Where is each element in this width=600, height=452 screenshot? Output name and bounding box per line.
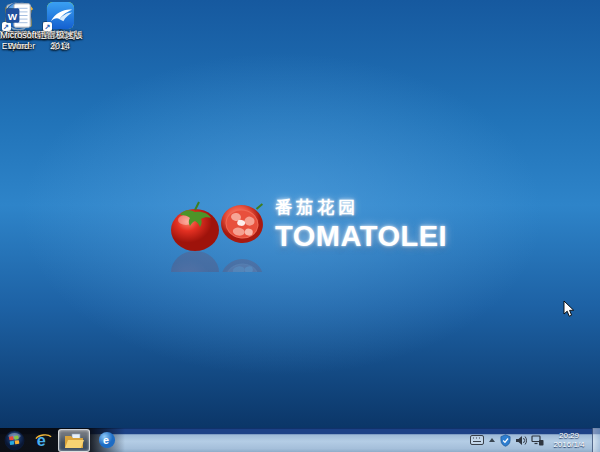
tomatolei-logo: 番茄花园 TOMATOLEI: [168, 190, 468, 275]
taskbar: e e: [0, 428, 600, 452]
tomatoes-illustration: [168, 190, 272, 272]
hidden-icons-chevron-icon[interactable]: [488, 437, 496, 443]
logo-title-en: TOMATOLEI: [275, 220, 447, 253]
icon-label: 迅雷极速版: [38, 30, 83, 41]
show-desktop-button[interactable]: [592, 428, 600, 452]
taskbar-browser-button[interactable]: e: [96, 428, 118, 452]
explorer-taskbar-icon: [64, 433, 84, 449]
volume-icon[interactable]: [515, 435, 527, 446]
ie-taskbar-icon: e: [34, 431, 53, 450]
clock-date: 2016/1/4: [548, 440, 590, 450]
svg-text:e: e: [36, 431, 45, 449]
clock-time: 20:29: [548, 431, 590, 441]
start-orb-icon: [4, 430, 25, 451]
start-button[interactable]: [2, 428, 26, 452]
browser-taskbar-icon: e: [98, 431, 116, 449]
svg-text:W: W: [8, 10, 18, 21]
desktop-wallpaper: 番茄花园 TOMATOLEI Administr... iQIYI ↗ 爱奇艺P…: [0, 0, 600, 428]
taskbar-clock[interactable]: 20:29 2016/1/4: [548, 431, 590, 450]
mouse-cursor: [563, 300, 575, 318]
taskbar-explorer-button-active[interactable]: [58, 429, 90, 452]
word-icon: W: [4, 2, 33, 29]
action-center-shield-icon[interactable]: [500, 434, 511, 447]
network-status-icon[interactable]: [531, 435, 544, 446]
taskbar-ie-button[interactable]: e: [32, 428, 54, 452]
desktop-icon-xunlei[interactable]: ↗ 迅雷极速版: [38, 0, 82, 41]
shortcut-arrow-icon: ↗: [43, 22, 52, 31]
input-method-keyboard-icon[interactable]: [470, 435, 484, 445]
svg-text:e: e: [103, 434, 109, 446]
desktop-icon-word[interactable]: W Microsoft Word: [0, 0, 37, 51]
system-tray: 20:29 2016/1/4: [470, 428, 590, 452]
logo-title-cn: 番茄花园: [275, 196, 447, 219]
icon-label: Microsoft: [0, 30, 37, 41]
